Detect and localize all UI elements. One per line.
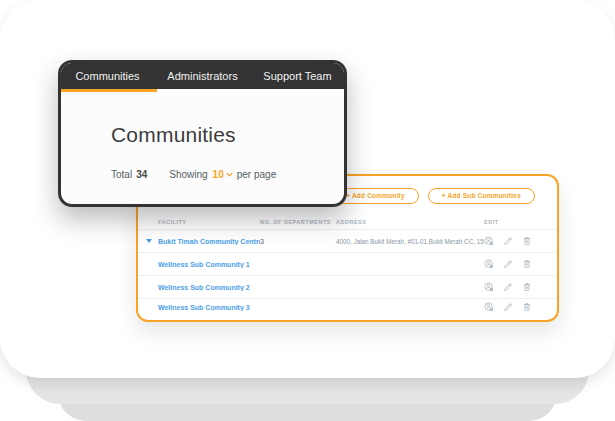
table-header-row: FACILITY NO. OF DEPARTMENTS ADDRESS EDIT (138, 215, 557, 230)
facility-link[interactable]: Wellness Sub Community 2 (158, 284, 260, 291)
row-actions (484, 259, 534, 269)
mockup-stage: + Add Community + Add Sub Communities FA… (0, 0, 615, 421)
showing-label: Showing (169, 169, 207, 180)
facility-link[interactable]: Wellness Sub Community 3 (158, 304, 260, 311)
tab-bar: Communities Administrators Support Team (60, 62, 345, 89)
edit-pencil-icon[interactable] (503, 259, 513, 269)
active-tab-indicator (61, 89, 157, 92)
page-size-dropdown[interactable]: 10 (213, 169, 233, 180)
facility-link[interactable]: Wellness Sub Community 1 (158, 261, 260, 268)
facility-link[interactable]: Bukit Timah Community Centre (158, 238, 260, 245)
tab-administrators[interactable]: Administrators (155, 62, 250, 89)
pagination-summary: Total 34 Showing 10 per page (111, 169, 344, 180)
user-settings-icon[interactable] (484, 302, 494, 312)
edit-pencil-icon[interactable] (503, 282, 513, 292)
delete-trash-icon[interactable] (522, 282, 532, 292)
edit-pencil-icon[interactable] (503, 302, 513, 312)
page-title: Communities (111, 123, 344, 147)
address-text: 4000, Jalan Bukit Merah, #01-01,Bukit Me… (336, 238, 484, 245)
table-row: Wellness Sub Community 1 (138, 253, 557, 276)
table-row: Wellness Sub Community 3 (138, 299, 557, 315)
per-page-label: per page (237, 169, 276, 180)
table-row: Wellness Sub Community 2 (138, 276, 557, 299)
tab-communities[interactable]: Communities (60, 62, 155, 89)
communities-summary-card: Communities Administrators Support Team … (58, 60, 347, 207)
expand-chevron-icon[interactable] (146, 239, 152, 243)
column-header-departments: NO. OF DEPARTMENTS (260, 219, 336, 225)
user-settings-icon[interactable] (484, 282, 494, 292)
row-actions (484, 236, 534, 246)
delete-trash-icon[interactable] (522, 259, 532, 269)
total-count: 34 (136, 169, 147, 180)
chevron-down-icon (226, 172, 233, 177)
user-settings-icon[interactable] (484, 236, 494, 246)
add-sub-communities-button[interactable]: + Add Sub Communities (428, 188, 535, 204)
column-header-facility: FACILITY (158, 219, 260, 225)
total-label: Total (111, 169, 132, 180)
row-actions (484, 282, 534, 292)
departments-count: 3 (260, 238, 336, 245)
tab-support-team[interactable]: Support Team (250, 62, 345, 89)
page-size-value: 10 (213, 169, 224, 180)
delete-trash-icon[interactable] (522, 302, 532, 312)
user-settings-icon[interactable] (484, 259, 494, 269)
edit-pencil-icon[interactable] (503, 236, 513, 246)
column-header-edit: EDIT (484, 219, 534, 225)
row-actions (484, 302, 534, 312)
column-header-address: ADDRESS (336, 219, 484, 225)
delete-trash-icon[interactable] (522, 236, 532, 246)
table-row: Bukit Timah Community Centre 3 4000, Jal… (138, 230, 557, 253)
